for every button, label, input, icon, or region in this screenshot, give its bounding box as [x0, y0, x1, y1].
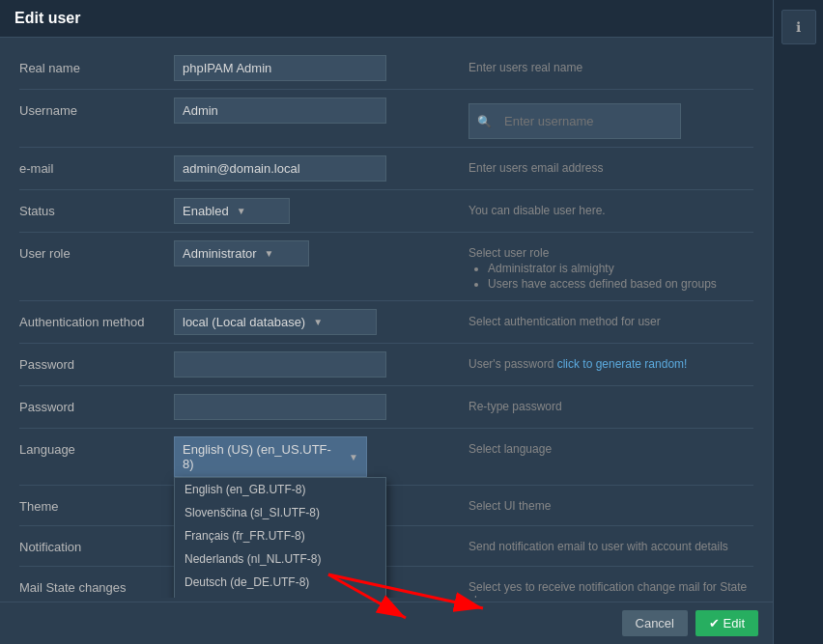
password2-row: Password Re-type password	[19, 386, 753, 429]
modal-title: Edit user	[14, 10, 80, 26]
password-hint-text: User's password	[468, 357, 557, 371]
password2-control	[174, 394, 459, 420]
lang-option-fr-fr[interactable]: Français (fr_FR.UTF-8)	[175, 524, 385, 547]
modal-footer: Cancel ✔ Edit	[0, 602, 773, 644]
modal-body: Real name Enter users real name Username…	[0, 38, 773, 598]
auth-method-hint: Select authentication method for user	[459, 309, 753, 328]
status-select[interactable]: Enabled ▼	[174, 198, 290, 224]
cancel-button[interactable]: Cancel	[622, 610, 688, 636]
real-name-label: Real name	[19, 55, 174, 75]
username-label: Username	[19, 98, 174, 118]
real-name-hint: Enter users real name	[459, 55, 753, 74]
password-input[interactable]	[174, 351, 386, 378]
username-control	[174, 98, 459, 124]
password2-hint: Re-type password	[459, 394, 753, 413]
password-label: Password	[19, 351, 174, 372]
password-hint: User's password click to generate random…	[459, 351, 753, 371]
password2-input[interactable]	[174, 394, 386, 420]
edit-user-modal: Edit user Real name Enter users real nam…	[0, 0, 773, 644]
user-role-hint-title: Select user role	[468, 246, 753, 260]
lang-option-nl-nl[interactable]: Nederlands (nl_NL.UTF-8)	[175, 547, 385, 571]
user-role-select[interactable]: Administrator ▼	[174, 240, 309, 266]
auth-method-value: local (Local database)	[183, 315, 305, 329]
lang-option-en-gb[interactable]: English (en_GB.UTF-8)	[175, 478, 385, 501]
auth-method-control: local (Local database) ▼	[174, 309, 459, 335]
user-role-arrow-icon: ▼	[265, 248, 274, 259]
mail-state-label: Mail State changes	[19, 574, 174, 595]
password-row: Password User's password click to genera…	[19, 344, 753, 386]
auth-method-arrow-icon: ▼	[313, 317, 323, 327]
status-arrow-icon: ▼	[237, 206, 246, 216]
language-hint: Select language	[459, 436, 753, 456]
language-control: English (US) (en_US.UTF-8) ▼ English (en…	[174, 436, 459, 477]
auth-method-row: Authentication method local (Local datab…	[19, 301, 753, 344]
user-role-row: User role Administrator ▼ Select user ro…	[19, 233, 753, 301]
notification-label: Notification	[19, 534, 174, 554]
user-role-hint-list: Administrator is almighty Users have acc…	[468, 262, 753, 291]
password2-label: Password	[19, 394, 174, 414]
search-icon: 🔍	[477, 115, 492, 128]
info-button[interactable]: ℹ	[781, 10, 816, 44]
email-hint: Enter users email address	[459, 155, 753, 175]
generate-random-link[interactable]: click to generate random!	[557, 357, 688, 371]
auth-method-select[interactable]: local (Local database) ▼	[174, 309, 377, 335]
password-control	[174, 351, 459, 378]
email-control	[174, 155, 459, 182]
edit-button[interactable]: ✔ Edit	[695, 610, 758, 636]
theme-row: Theme Select UI theme	[19, 486, 753, 526]
username-search-input[interactable]	[497, 109, 672, 133]
status-label: Status	[19, 198, 174, 218]
username-search-wrap: 🔍	[468, 103, 681, 139]
language-dropdown-menu: English (en_GB.UTF-8) Slovenščina (sl_SI…	[174, 477, 386, 598]
lang-option-sl-si[interactable]: Slovenščina (sl_SI.UTF-8)	[175, 501, 385, 524]
email-row: e-mail Enter users email address	[19, 148, 753, 190]
theme-label: Theme	[19, 493, 174, 514]
notification-row: Notification Send notification email to …	[19, 526, 753, 567]
language-value: English (US) (en_US.UTF-8)	[183, 442, 341, 471]
language-label: Language	[19, 436, 174, 457]
theme-hint: Select UI theme	[459, 493, 753, 513]
status-hint: You can disable user here.	[459, 198, 753, 217]
lang-option-pt-br[interactable]: Brazil (pt_BR.UTF-8)	[175, 594, 385, 598]
language-arrow-icon: ▼	[349, 452, 358, 462]
username-hint: 🔍	[459, 98, 753, 139]
modal-header: Edit user	[0, 0, 773, 38]
user-role-hint: Select user role Administrator is almigh…	[459, 240, 753, 293]
mail-state-row: Mail State changes Select yes to receive…	[19, 567, 753, 598]
lang-option-de-de[interactable]: Deutsch (de_DE.UTF-8)	[175, 571, 385, 594]
user-role-control: Administrator ▼	[174, 240, 459, 266]
email-label: e-mail	[19, 155, 174, 176]
user-role-label: User role	[19, 240, 174, 261]
real-name-control	[174, 55, 459, 81]
status-control: Enabled ▼	[174, 198, 459, 224]
notification-hint: Send notification email to user with acc…	[459, 534, 753, 553]
info-icon: ℹ	[796, 19, 801, 35]
username-row: Username 🔍	[19, 90, 753, 148]
right-sidebar: ℹ	[773, 0, 823, 644]
status-value: Enabled	[183, 204, 229, 218]
username-input[interactable]	[174, 98, 386, 124]
hint-list-item-0: Administrator is almighty	[488, 262, 753, 275]
mail-state-hint: Select yes to receive notification chang…	[459, 574, 753, 598]
language-select[interactable]: English (US) (en_US.UTF-8) ▼	[174, 436, 367, 477]
auth-method-label: Authentication method	[19, 309, 174, 329]
email-input[interactable]	[174, 155, 386, 182]
status-row: Status Enabled ▼ You can disable user he…	[19, 190, 753, 233]
user-role-value: Administrator	[183, 246, 257, 261]
real-name-row: Real name Enter users real name	[19, 47, 753, 90]
language-row: Language English (US) (en_US.UTF-8) ▼ En…	[19, 429, 753, 486]
hint-list-item-1: Users have access defined based on group…	[488, 277, 753, 291]
real-name-input[interactable]	[174, 55, 386, 81]
